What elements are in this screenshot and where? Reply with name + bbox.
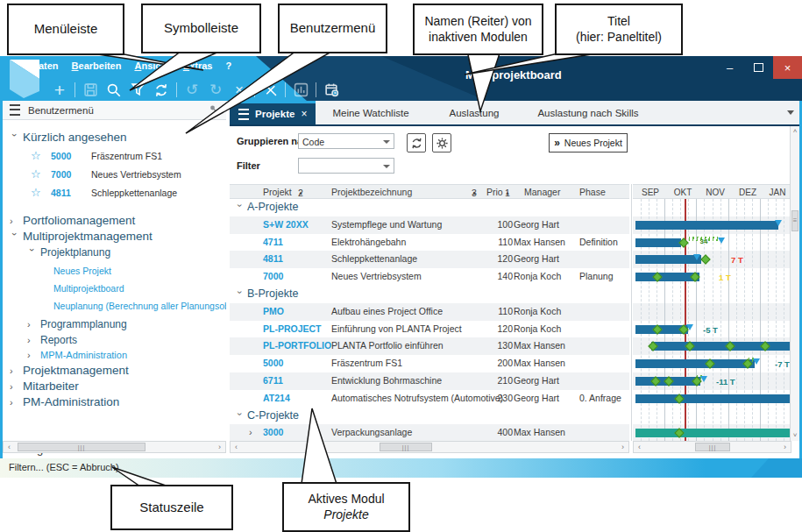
table-row-pl-project[interactable]: PL-PROJECTEinführung von PLANTA Project1… — [230, 321, 629, 338]
gantt-bar-pl-portfolio[interactable] — [651, 342, 791, 351]
sidebar-item-portfoliomanagement[interactable]: ›Portfoliomanagement — [10, 214, 226, 227]
redo-icon[interactable]: ↻ — [207, 82, 224, 99]
tab-meine-watchliste[interactable]: Meine Watchliste — [332, 101, 408, 124]
sidebar-item-reports[interactable]: ›Reports — [27, 334, 226, 346]
search-icon[interactable] — [105, 82, 123, 99]
tab-projekte-active[interactable]: Projekte × — [230, 101, 316, 124]
chevron-right-icon[interactable]: › — [249, 424, 252, 442]
undo-icon[interactable]: ↺ — [183, 82, 201, 99]
table-row-4811[interactable]: 4811Schleppkettenanlage120Georg Hart — [230, 251, 629, 268]
filter-dropdown[interactable] — [298, 158, 394, 174]
table-row-7000[interactable]: 7000Neues Vertriebsystem140Ronja KochPla… — [230, 268, 629, 286]
table-row-pl-portfolio[interactable]: PL-PORTFOLIOPLANTA Portfolio einführen13… — [230, 337, 629, 355]
recent-item-5000[interactable]: ☆5000Fräszentrum FS1 — [3, 146, 226, 165]
chevron-down-icon[interactable]: › — [231, 412, 248, 425]
sidebar-item-programmplanung[interactable]: ›Programmplanung — [27, 318, 226, 330]
group-row-b-projekte[interactable]: ›B-Projekte — [230, 286, 629, 303]
gantt-bar-4811[interactable] — [635, 255, 701, 264]
tools-icon[interactable] — [261, 82, 279, 99]
gantt-bar-4711[interactable] — [635, 238, 681, 247]
plus-icon[interactable]: + — [51, 82, 68, 99]
chevron-right-icon[interactable]: › — [10, 365, 23, 376]
new-project-button[interactable]: » Neues Projekt — [549, 133, 628, 153]
table-row-6711[interactable]: 6711Entwicklung Bohrmaschine210Georg Har… — [230, 372, 629, 390]
filter-icon[interactable] — [129, 82, 146, 99]
scroll-right-icon[interactable]: › — [214, 442, 225, 452]
close-tab-icon[interactable]: × — [301, 108, 307, 120]
col-manager[interactable]: Manager — [524, 186, 560, 199]
tab-hamburger-icon[interactable] — [238, 109, 249, 120]
gantt-bar-at214[interactable] — [635, 394, 791, 403]
close-button[interactable]: × — [773, 56, 802, 79]
table-row-3000[interactable]: ›3000Verpackungsanlage400Max Hansen — [230, 424, 629, 442]
table-row-4711[interactable]: 4711Elektrohängebahn110Max HansenDefinit… — [230, 234, 629, 252]
tab-auslastung-nach-skills[interactable]: Auslastung nach Skills — [537, 101, 638, 124]
sidebar-item-neuplanung-berechnung-aller-planungsobjekte[interactable]: Neuplanung (Berechnung aller Planungsobj… — [53, 301, 226, 311]
recent-item-7000[interactable]: ☆7000Neues Vertriebsystem — [3, 165, 226, 183]
star-icon[interactable]: ☆ — [31, 149, 51, 162]
recent-item-4811[interactable]: ☆4811Schleppkettenanlage — [3, 183, 226, 202]
chevron-right-icon[interactable]: › — [10, 397, 23, 408]
refresh-button[interactable] — [407, 133, 426, 153]
sidebar-item-projektplanung[interactable]: ›Projektplanung — [27, 246, 226, 259]
col-prio[interactable]: Prio — [486, 186, 503, 199]
gantt-bar-s-w-20xx[interactable] — [635, 221, 778, 230]
menu-item-?[interactable]: ? — [225, 60, 231, 71]
chevron-right-icon[interactable]: › — [27, 335, 40, 345]
col-projekt[interactable]: Projekt — [263, 186, 292, 199]
sidebar-hscrollbar[interactable]: ‹ ||| › — [3, 441, 226, 453]
star-icon[interactable]: ☆ — [31, 167, 51, 181]
scroll-left-icon[interactable]: ‹ — [231, 442, 242, 452]
group-by-dropdown[interactable]: Code — [298, 133, 394, 149]
scroll-right-icon[interactable]: › — [617, 442, 628, 452]
table-row-s-w-20xx[interactable]: S+W 20XXSystempflege und Wartung100Georg… — [230, 216, 629, 234]
gantt-hscrollbar[interactable]: ‹ ||| › — [633, 441, 791, 453]
hamburger-icon[interactable] — [10, 104, 20, 116]
scroll-up-icon[interactable]: ˄ — [791, 126, 799, 137]
scroll-down-icon[interactable]: ˅ — [791, 430, 799, 441]
table-row-5000[interactable]: 5000Fräszentrum FS1200Max Hansen — [230, 355, 629, 372]
refresh-icon[interactable] — [153, 82, 170, 99]
sidebar-item-neues-projekt[interactable]: Neues Projekt — [53, 266, 226, 276]
gantt-bar-3000[interactable] — [635, 429, 791, 437]
maximize-button[interactable] — [744, 56, 773, 79]
chevron-down-icon[interactable]: › — [27, 248, 38, 261]
chevron-right-icon[interactable]: › — [10, 216, 23, 226]
chevron-down-icon[interactable]: › — [10, 232, 20, 245]
chevron-right-icon[interactable]: › — [10, 381, 23, 392]
sort-indicator-3[interactable]: 3▲ — [472, 186, 477, 200]
scroll-right-icon[interactable]: › — [779, 442, 791, 452]
table-hscrollbar[interactable]: ‹ ||| › — [230, 441, 629, 453]
gantt-bar-5000[interactable] — [635, 359, 755, 368]
chevron-right-icon[interactable]: › — [27, 350, 40, 360]
scroll-thumb[interactable]: ||| — [18, 443, 145, 451]
table-row-pmo[interactable]: PMOAufbau eines Project Office110Ronja K… — [230, 303, 629, 321]
star-icon[interactable]: ☆ — [31, 186, 51, 199]
sort-indicator-2[interactable]: 2▲ — [298, 186, 303, 200]
menu-item-ansicht[interactable]: Ansicht — [134, 60, 169, 71]
menu-item-bearbeiten[interactable]: Bearbeiten — [72, 60, 122, 71]
menu-item-extras[interactable]: Extras — [183, 60, 213, 71]
settings-button[interactable] — [432, 133, 451, 153]
chevron-right-icon[interactable]: › — [27, 319, 40, 330]
minimize-button[interactable]: – — [715, 56, 744, 79]
recent-section[interactable]: ›Kürzlich angesehen — [10, 131, 226, 144]
menu-item-daten[interactable]: Daten — [32, 60, 59, 71]
sidebar-item-multiprojektboard[interactable]: Multiprojektboard — [53, 283, 226, 294]
group-row-c-projekte[interactable]: ›C-Projekte — [230, 408, 629, 425]
sidebar-item-mpm-administration[interactable]: ›MPM-Administration — [27, 350, 226, 360]
chevron-down-icon[interactable]: › — [231, 204, 248, 217]
sidebar-item-projektmanagement[interactable]: ›Projektmanagement — [10, 364, 226, 377]
scroll-thumb[interactable]: ||| — [695, 443, 730, 451]
scroll-thumb[interactable]: ||| — [380, 443, 432, 451]
col-phase[interactable]: Phase — [579, 186, 606, 199]
pin-icon[interactable] — [209, 104, 219, 115]
sidebar-item-multiprojektmanagement[interactable]: ›Multiprojektmanagement — [10, 230, 226, 243]
tab-overflow-chevron-icon[interactable] — [787, 110, 794, 115]
save-icon[interactable] — [82, 82, 99, 99]
tab-auslastung[interactable]: Auslastung — [450, 101, 500, 124]
delete-icon[interactable]: × — [231, 82, 248, 99]
chevron-down-icon[interactable]: › — [231, 291, 248, 304]
sidebar-item-pm-administration[interactable]: ›PM-Administration — [10, 395, 226, 408]
calendar-clock-icon[interactable] — [323, 82, 340, 99]
